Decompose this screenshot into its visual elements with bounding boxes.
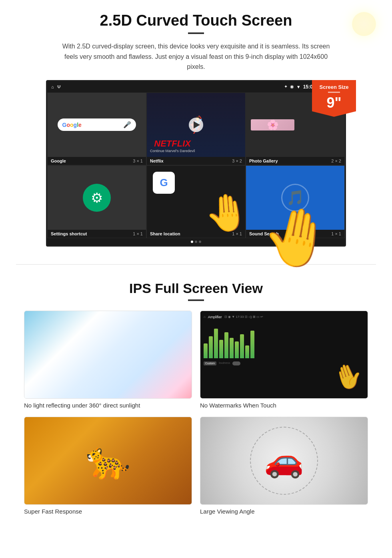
google-cell-inner: Google 🎤 bbox=[48, 93, 146, 157]
section2-title: IPS Full Screen View bbox=[24, 281, 368, 296]
status-bar: ⌂ Ψ ✦ ◉ ▼ 15:06 ⊡ ◁) ⊠ ▭ bbox=[47, 81, 345, 92]
features-grid: No light reflecting under 360° direct su… bbox=[24, 311, 368, 515]
maps-g-letter: G bbox=[160, 177, 168, 189]
device-wrapper: Screen Size 9" ⌂ Ψ ✦ ◉ ▼ 15:06 ⊡ ◁) ⊠ bbox=[40, 80, 352, 247]
settings-cell-inner: ⚙ bbox=[48, 166, 146, 230]
feature-car: 🚗 Large Viewing Angle bbox=[200, 417, 368, 515]
app-grid-row1: Google 🎤 Google 3 × 1 🦸 bbox=[47, 92, 345, 165]
ips-section: IPS Full Screen View No light reflecting… bbox=[0, 269, 392, 527]
netflix-label: Netflix bbox=[150, 159, 164, 163]
eq-bar-9 bbox=[245, 345, 249, 358]
dot-2 bbox=[195, 241, 197, 243]
netflix-size: 3 × 2 bbox=[232, 159, 242, 163]
settings-app-cell[interactable]: ⚙ Settings shortcut 1 × 1 bbox=[47, 165, 146, 238]
cheetah-emoji: 🐆 bbox=[86, 440, 130, 482]
photo-label: Photo Gallery bbox=[249, 159, 278, 163]
eq-bar-10 bbox=[250, 331, 254, 358]
title-underline bbox=[188, 32, 204, 34]
eq-bar-4 bbox=[219, 340, 223, 358]
netflix-overlay: NETFLIX Continue Marvel's Daredevil bbox=[150, 138, 195, 153]
settings-label-row: Settings shortcut 1 × 1 bbox=[48, 230, 146, 238]
car-image: 🚗 bbox=[200, 417, 368, 505]
bluetooth-icon: ✦ bbox=[284, 84, 288, 89]
car-label: Large Viewing Angle bbox=[200, 508, 368, 515]
photo-label-row: Photo Gallery 2 × 2 bbox=[246, 157, 344, 165]
section1-title: 2.5D Curved Touch Screen bbox=[24, 12, 368, 29]
feature-cheetah: 🐆 Super Fast Response bbox=[24, 417, 192, 515]
eq-bar-2 bbox=[209, 336, 213, 358]
hand-touch-icon: 🤚 bbox=[257, 199, 337, 276]
eq-bar-1 bbox=[204, 343, 208, 358]
amp-icons: ⊡ ◉ ▼ 17:33 ⊡ ◁) ⊠ ▭ ↩ bbox=[224, 315, 263, 319]
feature-sunlight: No light reflecting under 360° direct su… bbox=[24, 311, 192, 409]
dot-3 bbox=[199, 241, 201, 243]
cheetah-image: 🐆 bbox=[24, 417, 192, 505]
sunlight-image bbox=[24, 311, 192, 399]
amp-loudness-label: loudness bbox=[219, 361, 230, 365]
amp-title-text: Amplifier bbox=[208, 315, 222, 319]
section1-subtitle: With 2.5D curved-display screen, this de… bbox=[56, 41, 336, 72]
eq-bar-7 bbox=[235, 341, 239, 358]
status-left: ⌂ Ψ bbox=[51, 84, 61, 89]
gear-icon: ⚙ bbox=[91, 190, 103, 206]
google-logo-text: Google bbox=[62, 122, 82, 128]
hand-gesture-icon: 🤚 bbox=[203, 190, 251, 235]
eq-bar-3 bbox=[214, 329, 218, 358]
badge-line bbox=[328, 92, 340, 93]
location-icon: ◉ bbox=[290, 84, 294, 89]
google-label-row: Google 3 × 1 bbox=[48, 157, 146, 165]
eq-bars-container bbox=[204, 320, 364, 360]
eq-bar-6 bbox=[230, 338, 234, 358]
curved-screen-section: 2.5D Curved Touch Screen With 2.5D curve… bbox=[0, 0, 392, 260]
screen-size-badge: Screen Size 9" bbox=[312, 80, 356, 117]
settings-icon-circle: ⚙ bbox=[83, 184, 111, 212]
eq-bar-8 bbox=[240, 334, 244, 358]
settings-size: 1 × 1 bbox=[133, 231, 143, 236]
amplifier-image: ⌂ Amplifier ⊡ ◉ ▼ 17:33 ⊡ ◁) ⊠ ▭ ↩ bbox=[200, 311, 368, 399]
dot-1 bbox=[191, 241, 193, 243]
badge-label: Screen Size bbox=[315, 84, 353, 90]
photo-size: 2 × 2 bbox=[331, 159, 341, 163]
share-location-cell[interactable]: G 🤚 Share location 1 × 1 bbox=[146, 165, 246, 238]
amp-custom-btn: Custom bbox=[204, 361, 216, 365]
viewing-angle-circle bbox=[250, 427, 318, 495]
share-label: Share location bbox=[150, 231, 180, 236]
google-label: Google bbox=[51, 159, 66, 163]
netflix-logo: NETFLIX bbox=[150, 138, 195, 149]
amplifier-label: No Watermarks When Touch bbox=[200, 402, 368, 409]
amp-toggle: ⬤ bbox=[232, 361, 240, 365]
netflix-label-row: Netflix 3 × 2 bbox=[147, 157, 245, 165]
play-button[interactable] bbox=[189, 118, 203, 132]
netflix-subtitle: Continue Marvel's Daredevil bbox=[150, 149, 195, 153]
google-size: 3 × 1 bbox=[133, 159, 143, 163]
cheetah-label: Super Fast Response bbox=[24, 508, 192, 515]
ips-title-underline bbox=[188, 299, 204, 301]
badge-size: 9" bbox=[315, 94, 353, 111]
google-search-bar[interactable]: Google 🎤 bbox=[58, 118, 136, 131]
netflix-cell-inner: 🦸 NETFLIX Continue Marvel's Daredevil bbox=[147, 93, 245, 157]
amp-home: ⌂ bbox=[204, 315, 206, 319]
eq-bar-5 bbox=[224, 332, 228, 358]
photo-thumb-1: 🌸 bbox=[251, 119, 294, 130]
google-mic-icon: 🎤 bbox=[123, 121, 131, 128]
netflix-app-cell[interactable]: 🦸 NETFLIX Continue Marvel's Daredevil Ne… bbox=[146, 92, 246, 165]
sunlight-label: No light reflecting under 360° direct su… bbox=[24, 402, 192, 409]
wifi-icon: ▼ bbox=[296, 84, 301, 89]
feature-amplifier: ⌂ Amplifier ⊡ ◉ ▼ 17:33 ⊡ ◁) ⊠ ▭ ↩ bbox=[200, 311, 368, 409]
play-triangle-icon bbox=[194, 121, 200, 128]
maps-icon: G bbox=[153, 172, 175, 194]
usb-icon: Ψ bbox=[57, 84, 61, 89]
home-icon: ⌂ bbox=[51, 84, 54, 89]
share-cell-inner: G 🤚 bbox=[147, 166, 245, 230]
google-app-cell[interactable]: Google 🎤 Google 3 × 1 bbox=[47, 92, 146, 165]
settings-label: Settings shortcut bbox=[51, 231, 87, 236]
amp-header: ⌂ Amplifier ⊡ ◉ ▼ 17:33 ⊡ ◁) ⊠ ▭ ↩ bbox=[204, 314, 364, 320]
